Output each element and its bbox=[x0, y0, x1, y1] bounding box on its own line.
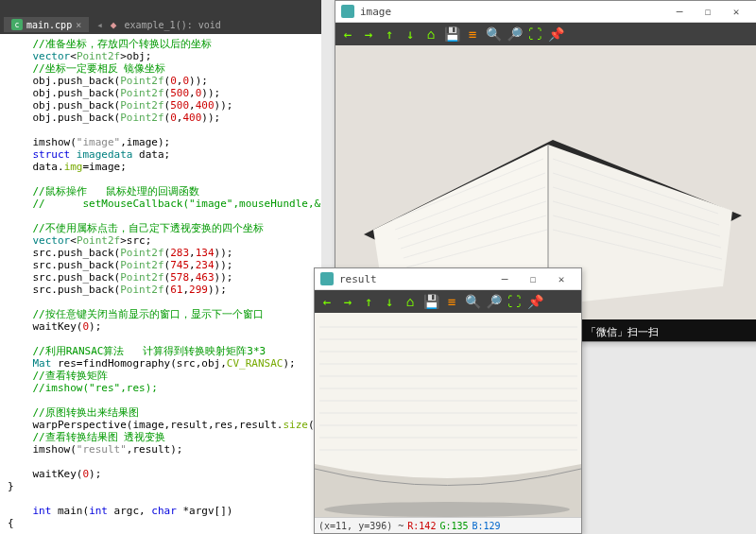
cpp-icon: c bbox=[11, 19, 23, 30]
status-coords: (x=11, y=396) ~ bbox=[318, 521, 404, 531]
zoom-in-icon[interactable]: 🔍 bbox=[464, 293, 481, 310]
minimize-button[interactable]: ─ bbox=[490, 269, 519, 288]
tab-label: main.cpp bbox=[26, 20, 72, 30]
zoom-fit-icon[interactable]: ⛶ bbox=[506, 293, 523, 310]
arrow-left-icon[interactable]: ← bbox=[339, 26, 356, 43]
promo-overlay: 「微信」扫一扫 更多内容尽在掌握 bbox=[576, 319, 756, 341]
window-image-titlebar[interactable]: image ─ ☐ ✕ bbox=[335, 1, 756, 23]
function-icon: ◆ bbox=[111, 19, 117, 31]
zoom-in-icon[interactable]: 🔍 bbox=[485, 26, 502, 43]
ide-pane: c main.cpp × ◂ ◆ example_1(): void //准备坐… bbox=[0, 0, 321, 534]
app-icon bbox=[341, 5, 354, 18]
app-icon bbox=[320, 272, 334, 285]
window-result-titlebar[interactable]: result ─ ☐ ✕ bbox=[315, 268, 581, 290]
svg-text:c: c bbox=[15, 21, 20, 29]
arrow-down-icon[interactable]: ↓ bbox=[402, 26, 419, 43]
zoom-out-icon[interactable]: 🔎 bbox=[485, 293, 502, 310]
svg-rect-19 bbox=[320, 272, 334, 285]
promo-line2: 更多内容尽在掌握 bbox=[586, 340, 747, 341]
svg-point-33 bbox=[324, 502, 570, 517]
promo-line1: 「微信」扫一扫 bbox=[586, 325, 747, 340]
minimize-button[interactable]: ─ bbox=[665, 2, 694, 21]
pin-icon[interactable]: 📌 bbox=[526, 293, 543, 310]
symbol-dropdown[interactable]: example_1(): void bbox=[124, 20, 220, 30]
tab-main-cpp[interactable]: c main.cpp × bbox=[4, 17, 89, 32]
home-icon[interactable]: ⌂ bbox=[422, 26, 439, 43]
arrow-down-icon[interactable]: ↓ bbox=[381, 293, 398, 310]
window-title: result bbox=[339, 273, 377, 285]
status-b: B:129 bbox=[472, 521, 501, 531]
save-icon[interactable]: 💾 bbox=[422, 293, 439, 310]
close-button[interactable]: ✕ bbox=[722, 2, 750, 21]
window-result-statusbar: (x=11, y=396) ~ R:142 G:135 B:129 bbox=[315, 517, 581, 533]
arrow-left-icon[interactable]: ← bbox=[318, 293, 335, 310]
properties-icon[interactable]: ≡ bbox=[443, 293, 460, 310]
status-g: G:135 bbox=[439, 521, 468, 531]
arrow-up-icon[interactable]: ↑ bbox=[360, 293, 377, 310]
chevron-left-icon[interactable]: ◂ bbox=[96, 19, 103, 31]
window-result: result ─ ☐ ✕ ←→↑↓⌂💾≡🔍🔎⛶📌 (x=11, y=396) ~… bbox=[314, 267, 582, 534]
window-image-toolbar: ←→↑↓⌂💾≡🔍🔎⛶📌 bbox=[335, 23, 756, 45]
svg-rect-2 bbox=[341, 5, 354, 18]
tab-close-icon[interactable]: × bbox=[76, 20, 81, 30]
maximize-button[interactable]: ☐ bbox=[519, 269, 547, 288]
pin-icon[interactable]: 📌 bbox=[547, 26, 564, 43]
result-image bbox=[315, 313, 581, 517]
code-editor[interactable]: //准备坐标，存放四个转换以后的坐标 vector<Point2f>obj; /… bbox=[0, 34, 321, 534]
arrow-right-icon[interactable]: → bbox=[339, 293, 356, 310]
arrow-up-icon[interactable]: ↑ bbox=[381, 26, 398, 43]
window-result-content[interactable] bbox=[315, 313, 581, 517]
save-icon[interactable]: 💾 bbox=[443, 26, 460, 43]
zoom-out-icon[interactable]: 🔎 bbox=[506, 26, 523, 43]
zoom-fit-icon[interactable]: ⛶ bbox=[526, 26, 543, 43]
arrow-right-icon[interactable]: → bbox=[360, 26, 377, 43]
maximize-button[interactable]: ☐ bbox=[694, 2, 722, 21]
close-button[interactable]: ✕ bbox=[547, 269, 576, 288]
ide-titlebar bbox=[0, 0, 321, 15]
window-result-toolbar: ←→↑↓⌂💾≡🔍🔎⛶📌 bbox=[315, 290, 581, 313]
window-title: image bbox=[360, 6, 391, 18]
ide-tabbar: c main.cpp × ◂ ◆ example_1(): void bbox=[0, 15, 321, 34]
status-r: R:142 bbox=[407, 521, 436, 531]
home-icon[interactable]: ⌂ bbox=[402, 293, 419, 310]
properties-icon[interactable]: ≡ bbox=[464, 26, 481, 43]
